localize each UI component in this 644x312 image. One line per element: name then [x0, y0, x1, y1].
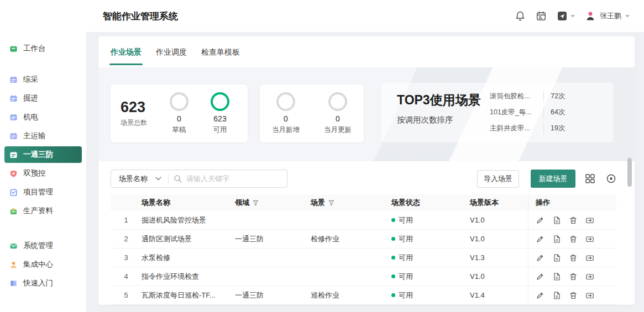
month-update-stat: 0 当月更新 — [320, 92, 355, 135]
clipboard-icon — [9, 188, 18, 197]
sidebar-item-workbench[interactable]: 工作台 — [4, 40, 82, 57]
table-row[interactable]: 5 瓦斯浓度每日巡检-TF... 一通三防 巡检作业 可用 V1.4 — [111, 286, 616, 305]
table-row[interactable]: 2 通防区测试场景 一通三防 检修作业 可用 V1.0 — [111, 230, 616, 248]
tab-checklist[interactable]: 检查单模板 — [201, 47, 240, 65]
status-text: 可用 — [399, 253, 413, 262]
main-panel: 作业场景 作业调度 检查单模板 623 场景总数 0 草稿 623 可用 — [98, 36, 635, 305]
calendar-icon[interactable] — [536, 10, 547, 22]
table-row[interactable]: 4 指令作业环境检查 可用 V1.0 — [111, 267, 616, 286]
row-status: 可用 — [391, 272, 470, 282]
avatar — [585, 10, 596, 22]
send-app-icon — [557, 10, 568, 22]
calendar-icon — [9, 151, 18, 159]
top3-item: 主斜井皮带... 19次 — [490, 120, 606, 136]
scene-table: 场景名称 领域 场景 场景状态 场景版本 操作 1 掘进机风险管控场景 可用 V… — [111, 194, 616, 305]
table-row[interactable]: 1 掘进机风险管控场景 可用 V1.0 — [111, 211, 616, 230]
settings-target-icon[interactable] — [606, 173, 616, 184]
materials-icon — [9, 207, 18, 215]
integration-icon — [9, 261, 18, 269]
create-scene-button[interactable]: 新建场景 — [531, 170, 575, 188]
copy-doc-icon[interactable] — [552, 235, 561, 244]
sidebar-item-yitongsanfang[interactable]: 一通三防 — [4, 146, 82, 163]
sidebar-item-juejin[interactable]: 掘进 — [4, 90, 82, 107]
bell-icon[interactable] — [515, 10, 526, 22]
export-icon[interactable] — [585, 253, 594, 262]
row-name: 瓦斯浓度每日巡检-TF... — [142, 290, 235, 300]
scene-rings: 0 草稿 623 可用 — [161, 92, 238, 135]
export-icon[interactable] — [585, 235, 594, 244]
filter-field-select[interactable]: 场景名称 — [111, 174, 168, 184]
top3-item: 101皮带_每... 64次 — [490, 104, 606, 120]
header-scene: 场景 — [311, 198, 391, 208]
delete-icon[interactable] — [569, 291, 578, 300]
divider — [543, 123, 544, 134]
filter-icon[interactable] — [328, 200, 334, 206]
sidebar-item-zongcai[interactable]: 综采 — [4, 71, 82, 88]
sidebar-item-label: 生产资料 — [23, 206, 53, 216]
edit-icon[interactable] — [536, 253, 544, 262]
month-update-label: 当月更新 — [324, 125, 352, 135]
edit-icon[interactable] — [536, 291, 544, 300]
search-input[interactable] — [186, 174, 287, 183]
sidebar-item-label: 项目管理 — [23, 187, 53, 197]
copy-doc-icon[interactable] — [552, 272, 561, 281]
copy-doc-icon[interactable] — [552, 216, 561, 225]
sidebar-item-jidian[interactable]: 机电 — [4, 109, 82, 125]
header-version: 场景版本 — [470, 198, 528, 208]
sidebar-item-xiangmu[interactable]: 项目管理 — [4, 184, 82, 200]
sidebar-item-label: 集成中心 — [23, 260, 53, 269]
delete-icon[interactable] — [569, 235, 578, 244]
delete-icon[interactable] — [569, 216, 578, 225]
export-icon[interactable] — [585, 272, 594, 281]
top3-item-count: 64次 — [551, 108, 565, 117]
user-menu[interactable]: 张王鹏 — [585, 10, 630, 22]
app-launcher[interactable] — [557, 10, 575, 22]
export-icon[interactable] — [585, 216, 594, 225]
row-actions — [528, 248, 616, 267]
status-dot — [391, 256, 395, 260]
scene-total: 623 场景总数 — [121, 99, 147, 128]
draft-stat: 0 草稿 — [161, 92, 197, 135]
delete-icon[interactable] — [569, 253, 578, 262]
delete-icon[interactable] — [569, 272, 578, 281]
month-new-stat: 0 当月新增 — [268, 92, 303, 135]
chevron-down-icon — [570, 15, 575, 18]
month-new-value: 0 — [284, 114, 288, 123]
row-name: 通防区测试场景 — [142, 234, 235, 244]
status-dot — [391, 293, 395, 297]
top3-list: 滚筒包胶检... 72次 101皮带_每... 64次 主斜井皮带... 19次 — [490, 88, 606, 136]
vertical-scrollbar[interactable] — [627, 158, 632, 187]
tab-schedule[interactable]: 作业调度 — [156, 47, 187, 65]
copy-doc-icon[interactable] — [552, 253, 561, 262]
sidebar-item-kuaisu[interactable]: 快速入门 — [4, 275, 82, 292]
row-name: 掘进机风险管控场景 — [142, 215, 235, 225]
status-text: 可用 — [399, 216, 413, 224]
month-stats-card: 0 当月新增 0 当月更新 — [260, 84, 364, 142]
calendar-icon — [9, 94, 18, 103]
topbar: 智能作业管理系统 张王鹏 — [86, 0, 644, 32]
card-view-icon[interactable] — [585, 173, 595, 184]
sidebar-item-zhuyunshu[interactable]: 主运输 — [4, 128, 82, 144]
calendar-icon — [9, 132, 18, 140]
sidebar-item-jicheng[interactable]: 集成中心 — [4, 256, 82, 273]
tab-scene[interactable]: 作业场景 — [111, 47, 142, 65]
sidebar-item-shengchan[interactable]: 生产资料 — [4, 203, 82, 219]
scene-total-card: 623 场景总数 0 草稿 623 可用 — [111, 84, 248, 142]
row-version: V1.0 — [470, 272, 528, 281]
edit-icon[interactable] — [536, 216, 544, 225]
filter-icon[interactable] — [253, 200, 259, 206]
table-row[interactable]: 3 水泵检修 可用 V1.3 — [111, 248, 616, 267]
sidebar-item-shuangyukong[interactable]: 双预控 — [4, 165, 82, 182]
import-scene-button[interactable]: 导入场景 — [477, 170, 519, 188]
top3-subtitle: 按调用次数排序 — [397, 115, 453, 125]
sidebar-item-label: 快速入门 — [23, 278, 53, 288]
edit-icon[interactable] — [536, 272, 544, 281]
search-field — [169, 174, 287, 183]
sidebar: 工作台 综采 掘进 机电 主运输 一通三防 双预控 项目管理 生产资料 系统管理… — [0, 0, 86, 312]
export-icon[interactable] — [585, 291, 594, 300]
status-dot — [391, 218, 395, 222]
edit-icon[interactable] — [536, 235, 544, 244]
status-dot — [391, 274, 395, 278]
copy-doc-icon[interactable] — [552, 291, 561, 300]
sidebar-item-xitong[interactable]: 系统管理 — [4, 237, 82, 254]
